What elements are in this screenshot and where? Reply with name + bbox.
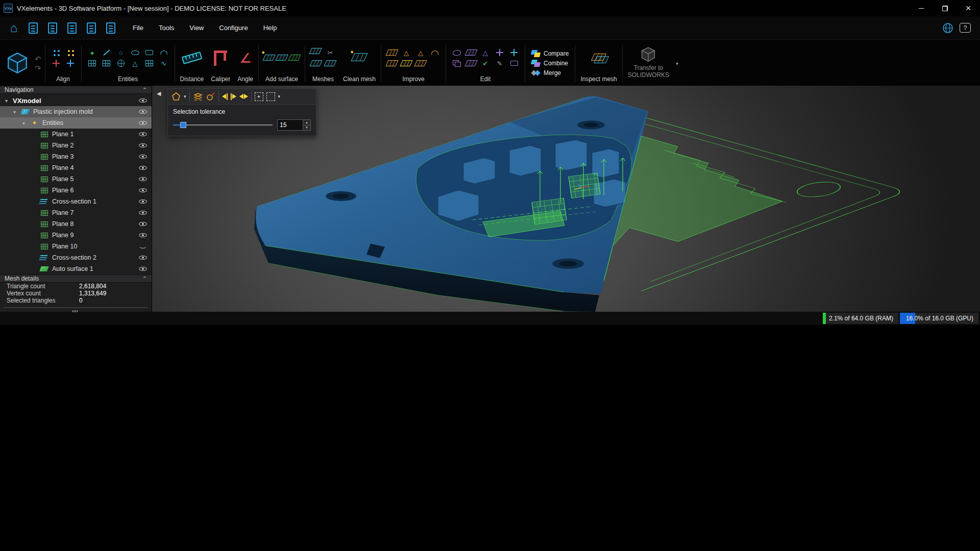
visibility-eye-icon[interactable] — [138, 209, 148, 216]
visibility-eye-icon[interactable] — [138, 142, 148, 149]
transfer-to-solidworks-button[interactable]: Transfer to SOLIDWORKS — [624, 41, 673, 86]
sidebar-scrollbar[interactable] — [4, 307, 148, 308]
cone-entity-icon[interactable]: △ — [130, 59, 141, 68]
tree-item-plane-7[interactable]: Plane 7 — [0, 207, 152, 218]
open-session-button[interactable] — [44, 19, 61, 37]
combine-button[interactable]: Combine — [531, 60, 569, 67]
expander-icon[interactable]: ▾ — [5, 98, 13, 104]
rectangle-entity-icon[interactable] — [144, 48, 155, 57]
merge-button[interactable]: Merge — [531, 69, 569, 77]
undo-icon[interactable]: ↶ — [35, 55, 41, 63]
align-surfaces-icon[interactable] — [65, 59, 76, 68]
tree-item-auto-surface-1[interactable]: Auto surface 1 — [0, 263, 152, 274]
tree-item-plane-5[interactable]: Plane 5 — [0, 173, 152, 185]
visibility-eye-icon[interactable] — [138, 97, 148, 104]
selection-options-dropdown-icon[interactable]: ▾ — [278, 94, 281, 99]
tree-item-plane-1[interactable]: Plane 1 — [0, 129, 152, 140]
tolerance-spin-down-icon[interactable]: ▾ — [303, 125, 310, 131]
visibility-eye-icon[interactable] — [138, 198, 148, 205]
sphere-entity-icon[interactable] — [115, 59, 127, 68]
slot-entity-icon[interactable] — [144, 59, 155, 68]
visibility-eye-icon[interactable] — [138, 131, 148, 138]
mesh-details-panel-header[interactable]: Mesh details ⌃ — [0, 274, 152, 283]
add-surface-icon[interactable] — [277, 54, 287, 63]
smooth-mesh-icon[interactable] — [386, 59, 398, 68]
ellipse-entity-icon[interactable] — [130, 48, 141, 57]
triangle-edit-icon[interactable]: △ — [480, 48, 491, 57]
toolbar-group-caliper[interactable]: Caliper — [207, 41, 234, 86]
add-surface-star-icon[interactable]: ✦ — [264, 54, 274, 63]
align-edit-icon[interactable] — [508, 48, 520, 57]
transfer-dropdown-icon[interactable]: ▾ — [673, 61, 681, 66]
navigation-panel-header[interactable]: Navigation ⌃ — [0, 86, 152, 94]
collapse-navigation-icon[interactable]: ⌃ — [142, 87, 147, 93]
vxmodel-module-button[interactable] — [2, 41, 33, 86]
spray-selection-icon[interactable] — [206, 92, 215, 101]
merge-mesh-icon[interactable] — [310, 59, 322, 68]
visibility-eye-icon[interactable] — [138, 220, 148, 228]
surface-edit-icon[interactable] — [465, 48, 477, 57]
refine-icon[interactable]: △ — [415, 48, 426, 57]
expander-icon[interactable]: ▾ — [13, 109, 21, 115]
boundary-smooth-icon[interactable] — [429, 48, 440, 57]
visibility-eye-icon[interactable] — [138, 265, 148, 272]
tree-item-cross-section-1[interactable]: Cross-section 1 — [0, 196, 152, 207]
visibility-eye-icon[interactable] — [138, 232, 148, 239]
tree-node-entities[interactable]: ▾ ✦ Entities — [0, 117, 152, 129]
circle-entity-icon[interactable]: ○ — [115, 48, 127, 57]
close-button[interactable]: × — [957, 0, 980, 16]
align-features-icon[interactable] — [65, 48, 76, 57]
restore-button[interactable] — [933, 0, 957, 16]
toolbar-group-inspect-mesh[interactable]: Inspect mesh — [577, 41, 620, 86]
duplicate-icon[interactable] — [451, 59, 462, 68]
menu-tools[interactable]: Tools — [159, 24, 174, 32]
selection-mode-dropdown-icon[interactable]: ▾ — [184, 94, 186, 99]
globe-icon[interactable] — [942, 22, 953, 34]
sharpen-icon[interactable] — [415, 59, 426, 68]
curve-entity-icon[interactable]: ∿ — [158, 59, 169, 68]
arc-entity-icon[interactable] — [158, 48, 169, 57]
align-best-fit-icon[interactable] — [51, 48, 62, 57]
extract-mesh-icon[interactable] — [325, 59, 336, 68]
tree-item-plane-9[interactable]: Plane 9 — [0, 230, 152, 241]
new-session-button[interactable] — [24, 19, 42, 37]
grid-entity-icon[interactable] — [101, 59, 112, 68]
slider-handle[interactable] — [180, 122, 186, 128]
tolerance-spin-up-icon[interactable]: ▴ — [303, 120, 310, 125]
selection-tolerance-slider[interactable] — [173, 121, 273, 129]
delete-mesh-icon[interactable] — [310, 48, 322, 57]
save-session-button[interactable] — [63, 19, 81, 37]
pencil-edit-icon[interactable]: ✎ — [494, 59, 505, 68]
visibility-eye-icon[interactable] — [138, 176, 148, 183]
menu-file[interactable]: File — [133, 24, 143, 32]
freeform-edit-icon[interactable] — [451, 48, 462, 57]
menu-configure[interactable]: Configure — [219, 24, 248, 32]
defeature-icon[interactable]: △ — [401, 48, 412, 57]
flip-selection-left-icon[interactable] — [222, 93, 228, 100]
save-session-as-button[interactable] — [83, 19, 100, 37]
visibility-eye-icon[interactable] — [138, 119, 148, 127]
collapse-mesh-details-icon[interactable]: ⌃ — [142, 276, 147, 282]
compare-button[interactable]: Compare — [531, 50, 569, 57]
line-entity-icon[interactable] — [101, 48, 112, 57]
minimize-button[interactable]: ─ — [910, 0, 933, 16]
add-surface-green-icon[interactable] — [289, 54, 300, 63]
tree-item-plane-6[interactable]: Plane 6 — [0, 185, 152, 196]
visibility-eye-icon[interactable] — [138, 187, 148, 194]
plane-entity-icon[interactable] — [87, 59, 98, 68]
point-entity-icon[interactable]: ● — [87, 48, 98, 57]
visibility-eye-icon[interactable] — [138, 254, 148, 261]
polygon-selection-icon[interactable] — [172, 92, 181, 101]
plane-edit-icon[interactable] — [508, 59, 520, 68]
expander-icon[interactable]: ▾ — [22, 120, 30, 126]
help-bubble-icon[interactable]: ? — [960, 23, 971, 33]
tree-node-vxmodel[interactable]: ▾ VXmodel — [0, 95, 152, 106]
flip-selection-right-icon[interactable] — [231, 93, 236, 100]
visibility-eye-icon[interactable] — [138, 164, 148, 171]
fill-holes-icon[interactable] — [386, 48, 398, 57]
tree-item-plane-2[interactable]: Plane 2 — [0, 140, 152, 151]
tree-item-plane-4[interactable]: Plane 4 — [0, 162, 152, 173]
selection-tolerance-input[interactable] — [278, 120, 303, 130]
menu-help[interactable]: Help — [263, 24, 277, 32]
visibility-eye-icon[interactable] — [138, 108, 148, 115]
